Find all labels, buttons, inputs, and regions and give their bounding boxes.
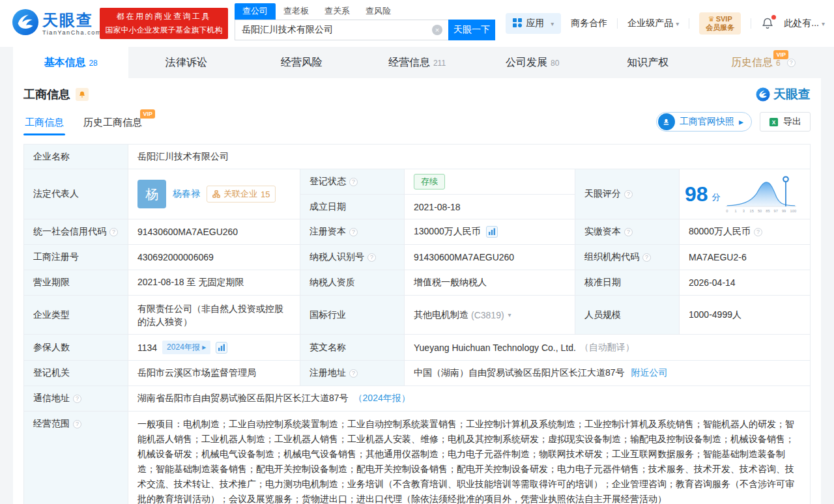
establish-date-label: 成立日期 bbox=[300, 195, 405, 219]
tianyancha-logo-icon bbox=[12, 8, 39, 38]
score-label: 天眼评分 ? bbox=[575, 169, 680, 219]
question-icon[interactable]: ? bbox=[754, 228, 762, 236]
section-title: 工商信息 bbox=[23, 87, 70, 102]
tab-operation-info[interactable]: 经营信息 211 bbox=[359, 47, 474, 78]
english-name-label: 英文名称 bbox=[300, 335, 405, 361]
question-icon[interactable]: ? bbox=[642, 253, 651, 262]
tab-company-development[interactable]: 公司发展 80 bbox=[475, 47, 590, 78]
capital-chart-icon[interactable] bbox=[486, 226, 498, 238]
search-button[interactable]: 天眼一下 bbox=[448, 20, 495, 40]
annual-report-link[interactable]: （2024年报） bbox=[354, 393, 410, 404]
svg-text:100: 100 bbox=[790, 209, 796, 213]
question-icon[interactable]: ? bbox=[349, 228, 358, 236]
question-icon[interactable]: ? bbox=[73, 395, 81, 403]
reg-address-label: 注册地址 ? bbox=[300, 361, 405, 386]
credit-code-label: 统一社会信用代码 ? bbox=[24, 219, 128, 245]
industry-value: 其他电机制造 bbox=[414, 309, 468, 321]
nav-divider bbox=[689, 18, 689, 29]
taxpayer-quality-value: 增值税一般纳税人 bbox=[405, 270, 575, 296]
arrow-right-icon: ▸ bbox=[739, 117, 743, 127]
related-companies-badge[interactable]: 关联企业 15 bbox=[207, 186, 276, 203]
business-term-value: 2021-08-18 至 无固定期限 bbox=[128, 270, 300, 296]
tab-label: 基本信息 bbox=[44, 56, 85, 70]
industry-cell[interactable]: 其他电机制造 (C3819) ▾ bbox=[405, 296, 575, 335]
clear-icon[interactable]: × bbox=[432, 25, 442, 35]
question-icon[interactable]: ? bbox=[624, 190, 633, 199]
paid-capital-label: 实缴资本 ? bbox=[575, 219, 680, 245]
score-cell[interactable]: 98 分 0 1 3 15 50 85 bbox=[680, 169, 811, 219]
subtab-history-business-info[interactable]: 历史工商信息 VIP bbox=[83, 117, 142, 135]
search-tab-boss[interactable]: 查老板 bbox=[276, 3, 317, 20]
insured-count-value: 1134 bbox=[137, 343, 157, 353]
industry-label: 国标行业 bbox=[300, 296, 405, 335]
related-count: 15 bbox=[261, 189, 270, 199]
tab-label: 经营风险 bbox=[281, 56, 323, 70]
business-scope-label: 经营范围 ? bbox=[24, 412, 128, 504]
tab-intellectual-property[interactable]: 知识产权 bbox=[590, 47, 706, 78]
reg-capital-cell: 130000万人民币 bbox=[405, 219, 575, 245]
search-tab-risk[interactable]: 查风险 bbox=[358, 3, 399, 20]
tab-history-info[interactable]: 历史信息 6 ? VIP bbox=[706, 47, 821, 78]
company-name-label: 企业名称 bbox=[24, 145, 128, 169]
tab-legal-proceedings[interactable]: 法律诉讼 bbox=[128, 47, 244, 78]
nav-business-cooperation[interactable]: 商务合作 bbox=[571, 18, 607, 29]
top-header: 天眼查 TianYanCha.com 都在用的商业查询工具 国家中小企业发展子基… bbox=[0, 0, 834, 47]
tab-count: 6 bbox=[776, 59, 781, 68]
search-input[interactable] bbox=[235, 20, 448, 40]
logo-subtitle: TianYanCha.com bbox=[42, 29, 102, 36]
question-icon[interactable]: ? bbox=[73, 420, 81, 428]
search-tab-company[interactable]: 查公司 bbox=[235, 3, 276, 20]
taxpayer-id-label: 纳税人识别号 ? bbox=[300, 245, 405, 270]
notification-bell[interactable] bbox=[761, 17, 774, 30]
staff-size-value: 1000-4999人 bbox=[680, 296, 811, 335]
watermark-logo: 天眼查 bbox=[756, 86, 811, 103]
chevron-down-icon: ▾ bbox=[551, 20, 554, 27]
english-name-value: Yueyang Huichuan Technology Co., Ltd. bbox=[414, 343, 576, 353]
mail-address-value: 湖南省岳阳市自由贸易试验区岳阳片区长江大道87号 bbox=[137, 393, 349, 404]
question-icon[interactable]: ? bbox=[787, 59, 796, 67]
logo-title: 天眼查 bbox=[42, 11, 102, 29]
industry-code: (C3819) bbox=[471, 310, 504, 320]
svg-text:97: 97 bbox=[773, 209, 777, 213]
paid-capital-cell: 80000万人民币 ? bbox=[680, 219, 811, 245]
credit-code-value: 91430600MA7AEGU260 bbox=[128, 219, 300, 245]
company-tabbar: 基本信息 28 法律诉讼 经营风险 经营信息 211 公司发展 80 知识产权 … bbox=[0, 47, 834, 78]
insured-chart-icon[interactable] bbox=[216, 342, 227, 354]
subtab-business-info[interactable]: 工商信息 bbox=[25, 117, 64, 135]
question-icon[interactable]: ? bbox=[349, 369, 358, 378]
svg-text:50: 50 bbox=[758, 209, 762, 213]
annual-report-badge[interactable]: 2024年报 ▸ bbox=[162, 341, 210, 354]
question-icon[interactable]: ? bbox=[624, 228, 633, 236]
tab-basic-info[interactable]: 基本信息 28 bbox=[13, 47, 128, 78]
svip-membership-badge[interactable]: ♛SVIP 会员服务 bbox=[699, 12, 741, 35]
tab-operation-risk[interactable]: 经营风险 bbox=[244, 47, 359, 78]
svg-text:85: 85 bbox=[766, 209, 769, 213]
stamp-icon bbox=[658, 113, 675, 130]
auto-translate-note: （自动翻译） bbox=[580, 342, 635, 354]
question-icon[interactable]: ? bbox=[367, 253, 376, 262]
user-menu[interactable]: 此处有... ▾ bbox=[784, 18, 825, 29]
tab-count: 211 bbox=[433, 59, 446, 68]
org-code-value: MA7AEGU2-6 bbox=[680, 245, 811, 270]
reg-number-value: 430692000006069 bbox=[128, 245, 300, 270]
search-tab-relation[interactable]: 查关系 bbox=[317, 3, 358, 20]
official-snapshot-button[interactable]: 工商官网快照 ▸ bbox=[656, 112, 752, 132]
staff-size-label: 人员规模 bbox=[575, 296, 680, 335]
export-button[interactable]: X 导出 bbox=[760, 112, 811, 132]
legal-rep-link[interactable]: 杨春禄 bbox=[173, 188, 200, 200]
user-name: 此处有... bbox=[784, 18, 819, 29]
taxpayer-quality-label: 纳税人资质 bbox=[300, 270, 405, 296]
chevron-down-icon: ▾ bbox=[822, 20, 825, 27]
question-icon[interactable]: ? bbox=[349, 178, 358, 186]
org-code-label: 组织机构代码 ? bbox=[575, 245, 680, 270]
question-icon[interactable]: ? bbox=[109, 228, 118, 236]
avatar[interactable]: 杨 bbox=[137, 180, 166, 208]
subscribe-bell-button[interactable] bbox=[76, 88, 89, 101]
search-tabs: 查公司 查老板 查关系 查风险 bbox=[235, 3, 495, 20]
tab-label: 知识产权 bbox=[627, 56, 669, 70]
nav-enterprise-products[interactable]: 企业级产品 ▾ bbox=[627, 18, 679, 29]
nearby-companies-link[interactable]: 附近公司 bbox=[631, 367, 668, 379]
crown-icon: ♛ bbox=[708, 15, 715, 23]
tianyancha-logo[interactable]: 天眼查 TianYanCha.com bbox=[12, 8, 102, 38]
apps-menu[interactable]: 应用 ▾ bbox=[506, 13, 561, 34]
